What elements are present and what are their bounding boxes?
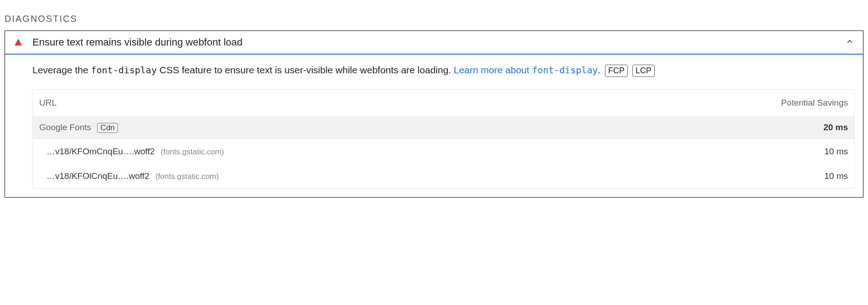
desc-code: font-display xyxy=(91,65,157,76)
group-savings: 20 ms xyxy=(780,122,848,132)
cdn-tag: Cdn xyxy=(97,123,118,133)
col-header-savings: Potential Savings xyxy=(780,98,848,108)
row-url: …v18/KFOmCnqEu….woff2 (fonts.gstatic.com… xyxy=(46,147,780,157)
fail-triangle-icon xyxy=(14,38,22,46)
audit-panel: Ensure text remains visible during webfo… xyxy=(5,30,863,198)
table-header: URL Potential Savings xyxy=(33,90,854,116)
table-row: …v18/KFOmCnqEu….woff2 (fonts.gstatic.com… xyxy=(33,139,854,164)
group-label-cell: Google Fonts Cdn xyxy=(39,122,780,133)
desc-mid: CSS feature to ensure text is user-visib… xyxy=(157,65,454,75)
col-header-url: URL xyxy=(39,98,780,108)
group-label: Google Fonts xyxy=(39,122,91,132)
desc-suffix: . xyxy=(598,65,603,75)
svg-marker-0 xyxy=(15,39,22,46)
audit-title: Ensure text remains visible during webfo… xyxy=(32,36,243,48)
row-host: (fonts.gstatic.com) xyxy=(155,172,219,181)
learn-more-link[interactable]: Learn more about font-display xyxy=(454,65,598,75)
link-code: font-display xyxy=(532,65,598,76)
metric-tag-fcp: FCP xyxy=(605,65,628,77)
chevron-up-icon xyxy=(846,37,854,48)
row-path: …v18/KFOlCnqEu….woff2 xyxy=(46,171,150,181)
section-heading: DIAGNOSTICS xyxy=(5,14,863,24)
table-row: …v18/KFOlCnqEu….woff2 (fonts.gstatic.com… xyxy=(33,164,854,188)
row-host: (fonts.gstatic.com) xyxy=(161,147,224,156)
row-url: …v18/KFOlCnqEu….woff2 (fonts.gstatic.com… xyxy=(46,171,780,181)
desc-prefix: Leverage the xyxy=(32,65,91,75)
audit-description: Leverage the font-display CSS feature to… xyxy=(32,63,855,77)
audit-body: Leverage the font-display CSS feature to… xyxy=(5,55,863,197)
audit-header[interactable]: Ensure text remains visible during webfo… xyxy=(5,31,863,55)
resources-table: URL Potential Savings Google Fonts Cdn 2… xyxy=(32,89,855,189)
link-pre: Learn more about xyxy=(454,65,532,75)
metric-tag-lcp: LCP xyxy=(632,65,655,77)
row-path: …v18/KFOmCnqEu….woff2 xyxy=(46,147,155,156)
group-row: Google Fonts Cdn 20 ms xyxy=(33,116,854,139)
row-savings: 10 ms xyxy=(780,147,848,157)
row-savings: 10 ms xyxy=(780,171,848,181)
